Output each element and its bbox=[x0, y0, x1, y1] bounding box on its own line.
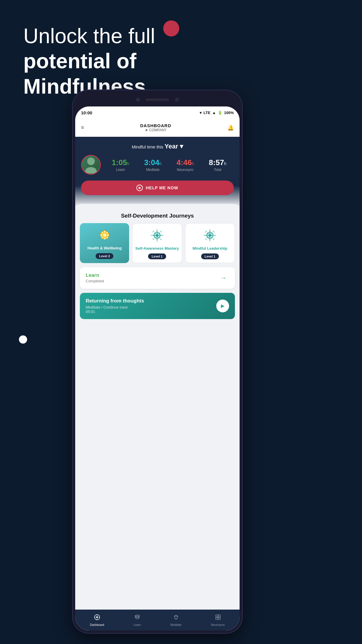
svg-point-4 bbox=[103, 233, 106, 237]
meditate-card[interactable]: Returning from thoughts Meditate / Conti… bbox=[80, 293, 235, 319]
svg-point-44 bbox=[212, 230, 215, 233]
status-time: 10:00 bbox=[81, 110, 92, 115]
front-camera bbox=[136, 98, 140, 102]
meditate-card-info: Returning from thoughts Meditate / Conti… bbox=[86, 298, 144, 314]
svg-point-7 bbox=[100, 234, 102, 236]
svg-point-40 bbox=[209, 239, 210, 242]
svg-point-13 bbox=[156, 234, 159, 237]
svg-rect-55 bbox=[218, 615, 220, 617]
nav-label-dashboard: Dashboard bbox=[90, 623, 104, 626]
svg-point-10 bbox=[106, 237, 108, 238]
svg-point-45 bbox=[205, 238, 207, 240]
hamburger-icon[interactable]: ≡ bbox=[81, 125, 84, 131]
stat-total-value: 8:57h bbox=[209, 158, 226, 167]
svg-point-16 bbox=[153, 235, 156, 236]
svg-point-34 bbox=[211, 235, 214, 236]
status-right-icons: ▾ LTE ▲ 🔋 100% bbox=[200, 111, 234, 115]
journey-section: Self-Development Journeys bbox=[75, 210, 240, 324]
meditate-icon bbox=[173, 614, 179, 622]
sensor bbox=[175, 98, 179, 102]
nav-label-meditate: Meditate bbox=[171, 623, 182, 626]
header-title-sub: ★ COMPANY bbox=[140, 128, 171, 132]
stat-neuro: 4:46h Neurosync bbox=[177, 158, 194, 172]
learn-completed-card[interactable]: Learn Completed → bbox=[80, 267, 235, 289]
avatar bbox=[81, 155, 101, 175]
help-me-now-button[interactable]: ⊕ HELP ME NOW bbox=[81, 181, 234, 195]
learn-card-title: Learn bbox=[86, 272, 104, 278]
svg-point-17 bbox=[159, 235, 161, 236]
header-title-main: DASHBOARD bbox=[140, 123, 171, 128]
meditate-card-duration: 05:01 bbox=[86, 309, 144, 314]
app-header: ≡ DASHBOARD ★ COMPANY 🔔 bbox=[75, 119, 240, 137]
white-dot-decoration bbox=[19, 335, 27, 344]
svg-point-43 bbox=[205, 230, 207, 233]
svg-point-0 bbox=[87, 158, 95, 165]
stat-meditate-label: Meditate bbox=[144, 168, 162, 172]
bell-icon[interactable]: 🔔 bbox=[227, 125, 234, 131]
svg-point-22 bbox=[157, 229, 158, 231]
svg-point-30 bbox=[208, 234, 211, 237]
stats-row: 1:05h Learn 3:04h Meditate 4:46h Neurosy… bbox=[81, 155, 234, 175]
wave-separator bbox=[75, 204, 240, 210]
learn-card-info: Learn Completed bbox=[86, 272, 104, 283]
stat-learn: 1:05h Learn bbox=[112, 158, 129, 172]
phone-top-bar bbox=[73, 93, 242, 107]
svg-point-42 bbox=[214, 235, 216, 236]
nav-label-neurosync: Neurosync bbox=[211, 623, 225, 626]
svg-point-39 bbox=[209, 229, 210, 231]
learn-arrow-button[interactable]: → bbox=[218, 272, 229, 284]
stat-neuro-value: 4:46h bbox=[177, 158, 194, 167]
stat-meditate-value: 3:04h bbox=[144, 158, 162, 167]
play-button[interactable]: ▶ bbox=[216, 300, 229, 312]
nav-item-meditate[interactable]: Meditate bbox=[171, 614, 182, 626]
stat-meditate: 3:04h Meditate bbox=[144, 158, 162, 172]
learn-card-subtitle: Completed bbox=[86, 279, 104, 283]
header-company: COMPANY bbox=[149, 128, 167, 132]
star-icon: ★ bbox=[145, 128, 148, 132]
journey-card-health-level: Level 2 bbox=[96, 253, 113, 259]
journey-card-health[interactable]: Health & Wellbeing Level 2 bbox=[80, 223, 129, 263]
journey-card-awareness-level: Level 1 bbox=[148, 253, 166, 259]
phone-screen: 10:00 ▾ LTE ▲ 🔋 100% ≡ DASHBOARD ★ COMPA… bbox=[75, 106, 240, 631]
medal-icon bbox=[97, 227, 113, 243]
help-icon: ⊕ bbox=[136, 185, 143, 191]
svg-point-31 bbox=[209, 231, 211, 234]
svg-point-5 bbox=[104, 231, 106, 232]
header-title-block: DASHBOARD ★ COMPANY bbox=[140, 123, 171, 132]
svg-point-25 bbox=[161, 235, 164, 236]
svg-point-32 bbox=[209, 237, 211, 240]
status-bar: 10:00 ▾ LTE ▲ 🔋 100% bbox=[75, 106, 240, 119]
meditate-card-subtitle: Meditate / Continue track bbox=[86, 305, 144, 309]
journey-card-awareness[interactable]: Self-Awareness Mastery Level 1 bbox=[132, 223, 182, 263]
nav-label-learn: Learn bbox=[133, 623, 141, 626]
scroll-content[interactable]: Mindful time this Year ▾ bbox=[75, 137, 240, 610]
svg-point-41 bbox=[203, 235, 206, 236]
stat-learn-label: Learn bbox=[112, 168, 129, 172]
svg-point-24 bbox=[151, 235, 153, 236]
meditate-card-title: Returning from thoughts bbox=[86, 298, 144, 304]
nav-item-neurosync[interactable]: Neurosync bbox=[211, 614, 225, 626]
nav-item-dashboard[interactable]: Dashboard bbox=[90, 614, 104, 626]
journey-card-awareness-title: Self-Awareness Mastery bbox=[135, 246, 179, 251]
lte-label: LTE bbox=[203, 111, 210, 115]
svg-point-11 bbox=[106, 232, 108, 233]
dashboard-icon bbox=[94, 614, 100, 622]
mandala-awareness-icon bbox=[149, 228, 165, 243]
svg-rect-57 bbox=[218, 617, 220, 620]
time-period: Year ▾ bbox=[164, 143, 183, 150]
journey-card-leadership[interactable]: Mindful Leadership Level 1 bbox=[185, 223, 235, 263]
svg-rect-54 bbox=[216, 615, 218, 617]
svg-point-33 bbox=[205, 235, 208, 236]
signal-icon: ▲ bbox=[212, 111, 216, 115]
neurosync-icon bbox=[215, 614, 221, 622]
bottom-nav: Dashboard Learn bbox=[75, 610, 240, 631]
nav-item-learn[interactable]: Learn bbox=[133, 614, 141, 626]
battery-percent: 100% bbox=[224, 111, 234, 115]
background-headline: Unlock the full potential of Mindfulness… bbox=[23, 23, 175, 99]
dashboard-section: Mindful time this Year ▾ bbox=[75, 137, 240, 207]
stat-total-label: Total bbox=[209, 168, 226, 172]
svg-point-9 bbox=[101, 232, 103, 233]
stat-neuro-label: Neurosync bbox=[177, 168, 194, 172]
stat-total: 8:57h Total bbox=[209, 158, 226, 172]
headline-line1: Unlock the full bbox=[23, 23, 175, 48]
